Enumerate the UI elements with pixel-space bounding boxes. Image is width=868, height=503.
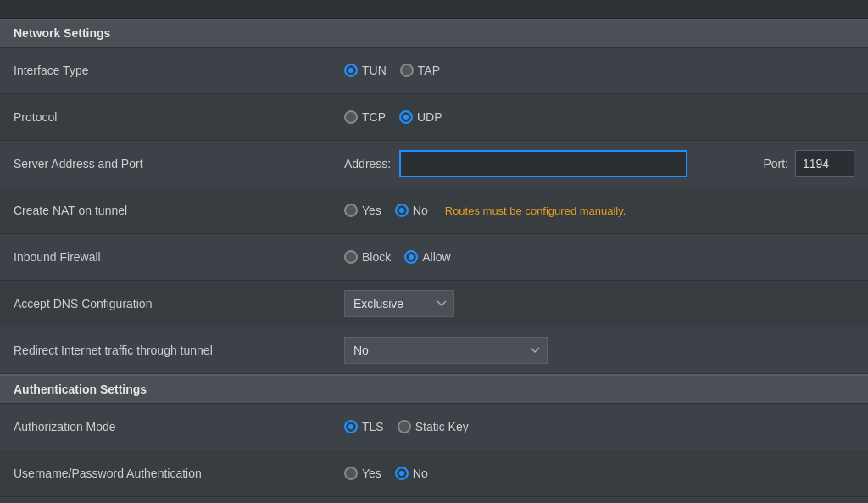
username-password-row: Username/Password Authentication Yes No <box>0 450 868 497</box>
interface-type-label: Interface Type <box>0 53 331 87</box>
create-nat-row: Create NAT on tunnel Yes No Routes must … <box>0 187 868 234</box>
tcp-option[interactable]: TCP <box>344 110 386 124</box>
allow-radio[interactable] <box>404 250 418 264</box>
auth-settings-header: Authentication Settings <box>0 374 868 404</box>
tap-label: TAP <box>418 64 440 77</box>
tcp-label: TCP <box>362 110 386 124</box>
nat-yes-label: Yes <box>362 204 381 217</box>
block-radio[interactable] <box>344 250 358 264</box>
port-group: Port: <box>763 150 854 177</box>
accept-dns-select[interactable]: Exclusive Allow Block Disabled <box>344 290 454 317</box>
tcp-radio[interactable] <box>344 110 358 124</box>
udp-option[interactable]: UDP <box>399 110 442 124</box>
tls-radio[interactable] <box>344 420 358 433</box>
redirect-internet-content: No Yes Force <box>331 328 868 372</box>
inbound-firewall-row: Inbound Firewall Block Allow <box>0 234 868 281</box>
interface-type-radio-group: TUN TAP <box>344 64 440 77</box>
inbound-firewall-label: Inbound Firewall <box>0 240 331 274</box>
tap-radio[interactable] <box>400 64 414 77</box>
network-settings-header: Network Settings <box>0 19 868 48</box>
tun-option[interactable]: TUN <box>344 64 387 77</box>
nat-no-label: No <box>413 204 428 217</box>
server-address-port-row: Server Address and Port Address: Port: <box>0 141 868 187</box>
inbound-firewall-radio-group: Block Allow <box>344 250 451 264</box>
username-password-content: Yes No <box>331 458 868 489</box>
protocol-radio-group: TCP UDP <box>344 110 442 124</box>
allow-label: Allow <box>422 250 450 264</box>
nat-no-radio[interactable] <box>395 204 409 217</box>
authorization-mode-content: TLS Static Key <box>331 411 868 442</box>
tls-option[interactable]: TLS <box>344 420 384 433</box>
accept-dns-content: Exclusive Allow Block Disabled <box>331 282 868 326</box>
authorization-mode-row: Authorization Mode TLS Static Key <box>0 404 868 450</box>
protocol-content: TCP UDP <box>331 102 868 132</box>
top-bar <box>0 0 868 19</box>
block-option[interactable]: Block <box>344 250 391 264</box>
redirect-internet-label: Redirect Internet traffic through tunnel <box>0 333 331 367</box>
auth-settings-title: Authentication Settings <box>14 383 147 396</box>
address-field-label: Address: <box>344 157 391 170</box>
redirect-internet-row: Redirect Internet traffic through tunnel… <box>0 327 868 374</box>
tls-label: TLS <box>362 420 384 433</box>
block-label: Block <box>362 250 391 264</box>
address-input[interactable] <box>399 150 687 177</box>
nat-yes-option[interactable]: Yes <box>344 204 381 217</box>
tap-option[interactable]: TAP <box>400 64 440 77</box>
up-yes-radio[interactable] <box>344 467 358 480</box>
nat-warning-text: Routes must be configured manually. <box>445 204 626 217</box>
username-password-radio-group: Yes No <box>344 467 428 480</box>
accept-dns-label: Accept DNS Configuration <box>0 287 331 321</box>
allow-option[interactable]: Allow <box>404 250 450 264</box>
static-key-radio[interactable] <box>398 420 411 433</box>
inbound-firewall-content: Block Allow <box>331 242 868 272</box>
interface-type-content: TUN TAP <box>331 55 868 86</box>
up-yes-option[interactable]: Yes <box>344 467 381 480</box>
authorization-mode-radio-group: TLS Static Key <box>344 420 469 433</box>
network-settings-title: Network Settings <box>14 26 110 40</box>
port-input[interactable] <box>795 150 854 177</box>
up-no-radio[interactable] <box>395 467 409 480</box>
up-yes-label: Yes <box>362 467 381 480</box>
udp-label: UDP <box>417 110 442 124</box>
server-address-port-content: Address: Port: <box>331 142 868 186</box>
port-field-label: Port: <box>763 157 788 170</box>
up-no-label: No <box>413 467 428 480</box>
create-nat-label: Create NAT on tunnel <box>0 193 331 227</box>
create-nat-content: Yes No Routes must be configured manuall… <box>331 195 868 226</box>
create-nat-radio-group: Yes No Routes must be configured manuall… <box>344 204 626 217</box>
server-address-port-label: Server Address and Port <box>0 147 331 181</box>
nat-no-option[interactable]: No <box>395 204 428 217</box>
settings-container: Network Settings Interface Type TUN TAP … <box>0 0 868 503</box>
protocol-row: Protocol TCP UDP <box>0 94 868 141</box>
protocol-label: Protocol <box>0 100 331 134</box>
interface-type-row: Interface Type TUN TAP <box>0 48 868 94</box>
accept-dns-row: Accept DNS Configuration Exclusive Allow… <box>0 281 868 327</box>
static-key-option[interactable]: Static Key <box>398 420 469 433</box>
tun-label: TUN <box>362 64 387 77</box>
udp-radio[interactable] <box>399 110 413 124</box>
tun-radio[interactable] <box>344 64 358 77</box>
nat-yes-radio[interactable] <box>344 204 358 217</box>
redirect-internet-select[interactable]: No Yes Force <box>344 337 548 364</box>
up-no-option[interactable]: No <box>395 467 428 480</box>
static-key-label: Static Key <box>415 420 469 433</box>
address-group: Address: Port: <box>344 150 854 177</box>
username-password-label: Username/Password Authentication <box>0 456 331 490</box>
authorization-mode-label: Authorization Mode <box>0 410 331 444</box>
